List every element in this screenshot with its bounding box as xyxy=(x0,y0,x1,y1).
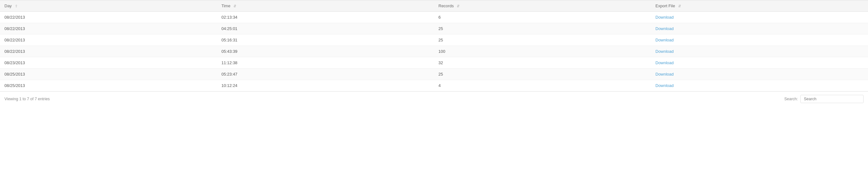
table-footer: Viewing 1 to 7 of 7 entries Search: xyxy=(0,91,868,106)
cell-time: 05:23:47 xyxy=(217,69,434,80)
table-container: Day ⇧ Time ⇵ Records ⇵ Export File ⇵ 08/… xyxy=(0,0,868,106)
cell-records: 4 xyxy=(434,80,651,91)
sort-icon-export: ⇵ xyxy=(678,4,681,8)
download-link[interactable]: Download xyxy=(655,37,674,43)
cell-records: 25 xyxy=(434,34,651,46)
cell-records: 32 xyxy=(434,57,651,69)
cell-time: 11:12:38 xyxy=(217,57,434,69)
cell-export-file: Download xyxy=(651,34,868,46)
cell-day: 08/22/2013 xyxy=(0,34,217,46)
download-link[interactable]: Download xyxy=(655,72,674,77)
column-records-label: Records xyxy=(438,3,454,8)
search-area: Search: xyxy=(784,95,864,103)
cell-records: 100 xyxy=(434,46,651,57)
table-row: 08/23/201311:12:3832Download xyxy=(0,57,868,69)
cell-time: 05:43:39 xyxy=(217,46,434,57)
table-row: 08/22/201304:25:0125Download xyxy=(0,23,868,34)
download-link[interactable]: Download xyxy=(655,49,674,54)
column-header-records[interactable]: Records ⇵ xyxy=(434,0,651,12)
download-link[interactable]: Download xyxy=(655,60,674,65)
cell-time: 04:25:01 xyxy=(217,23,434,34)
cell-records: 6 xyxy=(434,12,651,23)
cell-records: 25 xyxy=(434,23,651,34)
cell-day: 08/25/2013 xyxy=(0,80,217,91)
table-header-row: Day ⇧ Time ⇵ Records ⇵ Export File ⇵ xyxy=(0,0,868,12)
table-row: 08/22/201305:16:3125Download xyxy=(0,34,868,46)
cell-export-file: Download xyxy=(651,12,868,23)
table-row: 08/25/201305:23:4725Download xyxy=(0,69,868,80)
column-header-export-file[interactable]: Export File ⇵ xyxy=(651,0,868,12)
column-header-day[interactable]: Day ⇧ xyxy=(0,0,217,12)
cell-time: 10:12:24 xyxy=(217,80,434,91)
cell-records: 25 xyxy=(434,69,651,80)
sort-icon-time: ⇵ xyxy=(234,4,236,8)
download-link[interactable]: Download xyxy=(655,15,674,20)
column-export-label: Export File xyxy=(655,3,675,8)
search-label: Search: xyxy=(784,97,798,101)
cell-export-file: Download xyxy=(651,57,868,69)
table-row: 08/22/201302:13:346Download xyxy=(0,12,868,23)
cell-day: 08/25/2013 xyxy=(0,69,217,80)
cell-export-file: Download xyxy=(651,80,868,91)
search-input[interactable] xyxy=(800,95,864,103)
column-header-time[interactable]: Time ⇵ xyxy=(217,0,434,12)
cell-time: 05:16:31 xyxy=(217,34,434,46)
sort-icon-records: ⇵ xyxy=(457,4,460,8)
download-link[interactable]: Download xyxy=(655,26,674,31)
cell-day: 08/23/2013 xyxy=(0,57,217,69)
data-table: Day ⇧ Time ⇵ Records ⇵ Export File ⇵ 08/… xyxy=(0,0,868,91)
column-time-label: Time xyxy=(221,3,230,8)
cell-day: 08/22/2013 xyxy=(0,23,217,34)
cell-day: 08/22/2013 xyxy=(0,12,217,23)
table-row: 08/25/201310:12:244Download xyxy=(0,80,868,91)
sort-icon-day: ⇧ xyxy=(15,4,18,8)
table-row: 08/22/201305:43:39100Download xyxy=(0,46,868,57)
cell-export-file: Download xyxy=(651,46,868,57)
cell-day: 08/22/2013 xyxy=(0,46,217,57)
viewing-entries-text: Viewing 1 to 7 of 7 entries xyxy=(4,97,50,101)
download-link[interactable]: Download xyxy=(655,83,674,88)
cell-time: 02:13:34 xyxy=(217,12,434,23)
column-day-label: Day xyxy=(4,3,12,8)
cell-export-file: Download xyxy=(651,23,868,34)
cell-export-file: Download xyxy=(651,69,868,80)
